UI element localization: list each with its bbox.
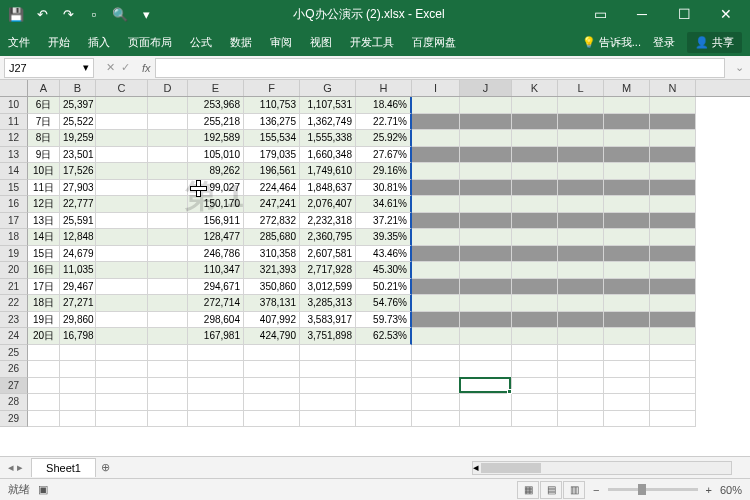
cell[interactable]: [28, 411, 60, 428]
cell[interactable]: [148, 97, 188, 114]
cell[interactable]: [460, 312, 512, 329]
tellme[interactable]: 💡 告诉我...: [582, 35, 641, 50]
cell[interactable]: 17日: [28, 279, 60, 296]
cell[interactable]: [512, 213, 558, 230]
cell[interactable]: [604, 361, 650, 378]
cell[interactable]: [460, 361, 512, 378]
cell[interactable]: [188, 361, 244, 378]
cell[interactable]: [512, 361, 558, 378]
cell[interactable]: [60, 394, 96, 411]
cell[interactable]: [650, 97, 696, 114]
cell[interactable]: 321,393: [244, 262, 300, 279]
cell[interactable]: [604, 345, 650, 362]
cell[interactable]: [604, 279, 650, 296]
cell[interactable]: [558, 196, 604, 213]
zoom-in-icon[interactable]: +: [706, 484, 712, 496]
row-header[interactable]: 16: [0, 196, 28, 213]
cell[interactable]: [604, 411, 650, 428]
cell[interactable]: 8日: [28, 130, 60, 147]
horizontal-scrollbar[interactable]: ◂: [472, 461, 732, 475]
cell[interactable]: [148, 378, 188, 395]
cell[interactable]: [60, 378, 96, 395]
view-page-icon[interactable]: ▤: [540, 481, 562, 499]
cell[interactable]: [356, 394, 412, 411]
cell[interactable]: [512, 411, 558, 428]
tab-baidu[interactable]: 百度网盘: [412, 35, 456, 50]
cell[interactable]: [650, 246, 696, 263]
cell[interactable]: [28, 361, 60, 378]
cell[interactable]: 23,501: [60, 147, 96, 164]
row-header[interactable]: 29: [0, 411, 28, 428]
cell[interactable]: [512, 262, 558, 279]
cell[interactable]: [460, 411, 512, 428]
row-header[interactable]: 18: [0, 229, 28, 246]
cell[interactable]: [96, 163, 148, 180]
cell[interactable]: [148, 163, 188, 180]
cell[interactable]: [460, 97, 512, 114]
cell[interactable]: 25,591: [60, 213, 96, 230]
cell[interactable]: 6日: [28, 97, 60, 114]
cell[interactable]: [558, 411, 604, 428]
row-header[interactable]: 26: [0, 361, 28, 378]
cell[interactable]: [604, 262, 650, 279]
cell[interactable]: 179,035: [244, 147, 300, 164]
sheet-tab[interactable]: Sheet1: [31, 458, 96, 477]
cell[interactable]: [460, 328, 512, 345]
cell[interactable]: 27.67%: [356, 147, 412, 164]
cell[interactable]: 25,397: [60, 97, 96, 114]
row-header[interactable]: 22: [0, 295, 28, 312]
cell[interactable]: [604, 246, 650, 263]
cell[interactable]: 253,968: [188, 97, 244, 114]
cell[interactable]: 224,464: [244, 180, 300, 197]
login-button[interactable]: 登录: [653, 35, 675, 50]
cell[interactable]: [512, 147, 558, 164]
cell[interactable]: [650, 262, 696, 279]
cell[interactable]: [558, 295, 604, 312]
cell[interactable]: 29,860: [60, 312, 96, 329]
cell[interactable]: [96, 411, 148, 428]
cell[interactable]: [60, 345, 96, 362]
cell[interactable]: [188, 394, 244, 411]
zoom-slider[interactable]: [608, 488, 698, 491]
qat-dropdown-icon[interactable]: ▾: [134, 3, 158, 25]
col-header[interactable]: I: [412, 80, 460, 96]
cell[interactable]: [604, 147, 650, 164]
cell[interactable]: [244, 361, 300, 378]
cell[interactable]: 43.46%: [356, 246, 412, 263]
cell[interactable]: [460, 295, 512, 312]
cell[interactable]: 155,534: [244, 130, 300, 147]
row-header[interactable]: 27: [0, 378, 28, 395]
col-header[interactable]: J: [460, 80, 512, 96]
cell[interactable]: [412, 147, 460, 164]
cell[interactable]: [412, 246, 460, 263]
cell[interactable]: [188, 345, 244, 362]
cell[interactable]: [512, 130, 558, 147]
cell[interactable]: [148, 361, 188, 378]
cell[interactable]: 7日: [28, 114, 60, 131]
cell[interactable]: 272,714: [188, 295, 244, 312]
cell[interactable]: 247,241: [244, 196, 300, 213]
cell[interactable]: [300, 411, 356, 428]
cell[interactable]: [96, 130, 148, 147]
cell[interactable]: [512, 394, 558, 411]
cancel-formula-icon[interactable]: ✕: [106, 61, 115, 74]
cell[interactable]: [148, 345, 188, 362]
cell[interactable]: [244, 394, 300, 411]
row-header[interactable]: 15: [0, 180, 28, 197]
zoom-out-icon[interactable]: −: [593, 484, 599, 496]
tab-formulas[interactable]: 公式: [190, 35, 212, 50]
cell[interactable]: [650, 196, 696, 213]
cell[interactable]: [244, 345, 300, 362]
cell[interactable]: 18.46%: [356, 97, 412, 114]
cell[interactable]: [412, 213, 460, 230]
cell[interactable]: [460, 114, 512, 131]
cell[interactable]: [558, 246, 604, 263]
cell[interactable]: [650, 279, 696, 296]
cell[interactable]: [96, 328, 148, 345]
cell[interactable]: 11,035: [60, 262, 96, 279]
cell[interactable]: [412, 97, 460, 114]
formula-bar[interactable]: [155, 58, 725, 78]
cell[interactable]: [558, 147, 604, 164]
tab-file[interactable]: 文件: [8, 35, 30, 50]
cell[interactable]: 29.16%: [356, 163, 412, 180]
